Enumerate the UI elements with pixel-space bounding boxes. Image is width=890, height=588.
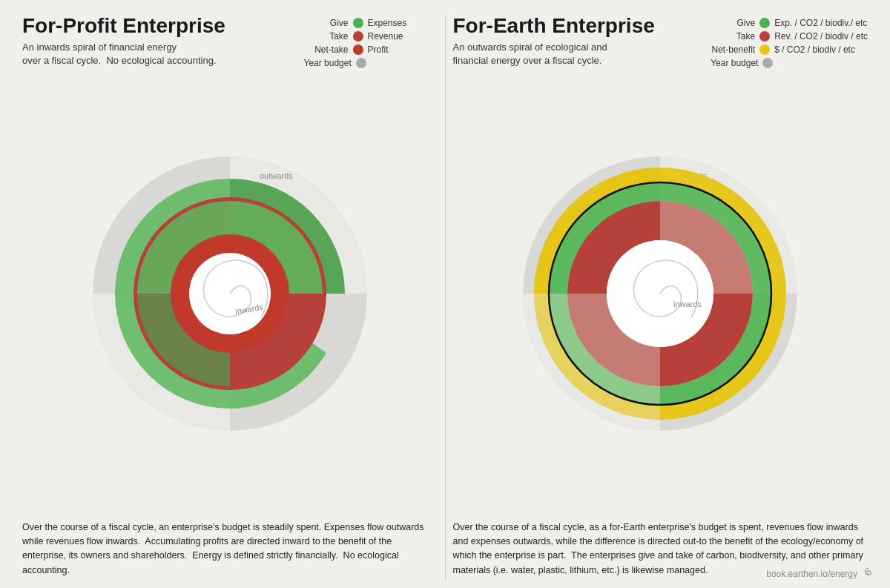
legend-dot-give	[353, 18, 363, 28]
legend-dot-nettake	[353, 44, 363, 55]
legend-text-give: Expenses	[368, 18, 407, 28]
right-legend-label-take: Take	[711, 31, 755, 42]
left-header: For-Profit Enterprise An inwards spiral …	[22, 15, 438, 68]
left-outwards-text: outwards	[260, 171, 293, 180]
right-title-block: For-Earth Enterprise An outwards spiral …	[453, 15, 711, 67]
right-legend-netbenefit: Net-benefit $ / CO2 / biodiv / etc	[711, 44, 868, 55]
right-legend-label-give: Give	[711, 18, 755, 28]
left-panel: For-Profit Enterprise An inwards spiral …	[22, 15, 438, 581]
right-subtitle: An outwards spiral of ecological andfina…	[453, 41, 711, 67]
legend-item-yearbudget: Year budget	[304, 58, 438, 68]
right-legend-text-give: Exp. / CO2 / biodiv./ etc	[774, 18, 867, 28]
legend-label-take: Take	[304, 31, 349, 42]
right-header: For-Earth Enterprise An outwards spiral …	[453, 15, 868, 68]
right-legend-dot-netbenefit	[759, 44, 770, 55]
footer-url: book.earthen.io/energy	[766, 569, 857, 579]
legend-label-nettake: Net-take	[304, 44, 349, 55]
right-svg: outwards	[519, 153, 801, 435]
right-legend-label-netbenefit: Net-benefit	[711, 44, 755, 55]
left-bottom-text: Over the course of a fiscal cycle, an en…	[22, 515, 438, 581]
right-legend: Give Exp. / CO2 / biodiv./ etc Take Rev.…	[711, 18, 868, 68]
right-legend-label-yearbudget: Year budget	[711, 58, 758, 68]
legend-text-take: Revenue	[368, 31, 403, 42]
legend-text-nettake: Profit	[368, 44, 389, 55]
right-legend-take: Take Rev. / CO2 / biodiv / etc	[711, 31, 868, 42]
legend-item-give: Give Expenses	[304, 18, 438, 28]
legend-dot-yearbudget	[356, 58, 366, 68]
left-svg: outwards	[89, 153, 371, 435]
right-diagram: outwards	[453, 73, 868, 515]
right-legend-give: Give Exp. / CO2 / biodiv./ etc	[711, 18, 868, 28]
panel-divider	[445, 15, 446, 581]
right-panel: For-Earth Enterprise An outwards spiral …	[453, 15, 868, 581]
left-legend: Give Expenses Take Revenue Net-take Prof…	[304, 18, 438, 68]
legend-label-give: Give	[304, 18, 349, 28]
left-title-block: For-Profit Enterprise An inwards spiral …	[22, 15, 304, 67]
spiral-icon	[862, 567, 875, 581]
right-legend-text-netbenefit: $ / CO2 / biodiv / etc	[774, 44, 855, 55]
right-legend-yearbudget: Year budget	[711, 58, 868, 68]
right-inwards-text: inwards	[673, 300, 702, 308]
right-title: For-Earth Enterprise	[453, 15, 711, 38]
legend-item-take: Take Revenue	[304, 31, 438, 42]
legend-label-yearbudget: Year budget	[304, 58, 352, 68]
left-subtitle: An inwards spiral of financial energyove…	[22, 41, 304, 67]
right-legend-dot-yearbudget	[762, 58, 773, 68]
right-legend-dot-take	[759, 31, 770, 42]
left-title: For-Profit Enterprise	[22, 15, 304, 38]
legend-item-nettake: Net-take Profit	[304, 44, 438, 55]
legend-dot-take	[353, 31, 363, 42]
left-diagram: outwards	[22, 73, 438, 515]
footer: book.earthen.io/energy	[766, 567, 875, 581]
right-legend-text-take: Rev. / CO2 / biodiv / etc	[774, 31, 868, 42]
right-legend-dot-give	[759, 18, 770, 28]
